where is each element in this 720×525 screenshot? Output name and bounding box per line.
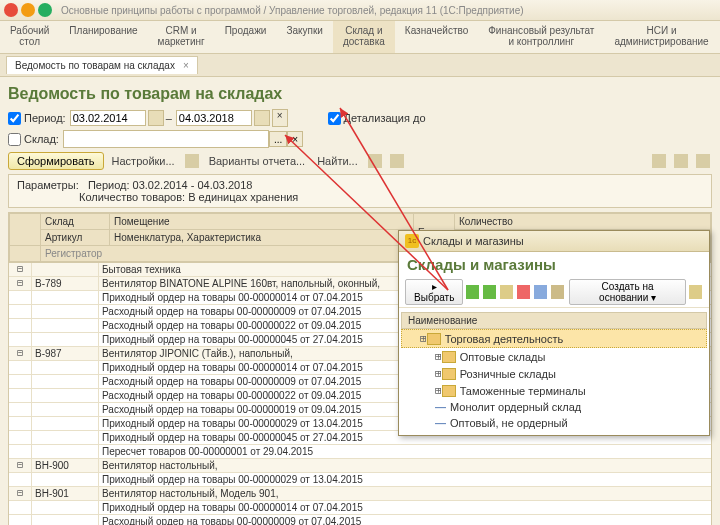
maximize-icon[interactable] — [38, 3, 52, 17]
tab-report[interactable]: Ведомость по товарам на складах × — [6, 56, 198, 74]
nav-item[interactable]: Казначейство — [395, 21, 478, 53]
tree-folder[interactable]: ⊞ Розничные склады — [401, 365, 707, 382]
calendar-icon[interactable] — [254, 110, 270, 126]
hdr-nom: Номенклатура, Характеристика — [110, 230, 414, 246]
mail-icon[interactable] — [696, 154, 710, 168]
calendar-icon[interactable] — [148, 110, 164, 126]
sklad-label: Склад: — [24, 133, 59, 145]
grid-row[interactable]: Пересчет товаров 00-00000001 от 29.04.20… — [9, 445, 711, 459]
sklad-checkbox[interactable] — [8, 133, 21, 146]
report-toolbar: Сформировать Настройки... Варианты отчет… — [8, 152, 712, 170]
dash: – — [166, 112, 172, 124]
detail-checkbox[interactable] — [328, 112, 341, 125]
delete-icon[interactable] — [517, 285, 530, 299]
grid-row[interactable]: Приходный ордер на товары 00-00000014 от… — [9, 501, 711, 515]
form-button[interactable]: Сформировать — [8, 152, 104, 170]
tab-label: Ведомость по товарам на складах — [15, 60, 175, 71]
param-period: Период: 03.02.2014 - 04.03.2018 — [88, 179, 253, 191]
nav-item[interactable]: Рабочийстол — [0, 21, 59, 53]
tree-folder[interactable]: ⊞ Таможенные терминалы — [401, 382, 707, 399]
picker-toolbar: ▸ Выбрать Создать на основании ▾ — [399, 277, 709, 308]
tab-bar: Ведомость по товарам на складах × — [0, 54, 720, 77]
nav-item[interactable]: Продажи — [215, 21, 277, 53]
find-link[interactable]: Найти... — [313, 155, 362, 167]
print-icon[interactable] — [652, 154, 666, 168]
grid-group-row[interactable]: ⊟BH-900Вентилятор настольный, — [9, 459, 711, 473]
sklad-picker-window[interactable]: 1c Склады и магазины Склады и магазины ▸… — [398, 230, 710, 436]
toolbar-icon[interactable] — [390, 154, 404, 168]
nav-item[interactable]: Финансовый результати контроллинг — [478, 21, 604, 53]
grid-row[interactable]: Расходный ордер на товары 00-00000009 от… — [9, 515, 711, 525]
create-based-button[interactable]: Создать на основании ▾ — [569, 279, 686, 305]
clear-button[interactable]: × — [272, 109, 288, 127]
add-folder-icon[interactable] — [483, 285, 496, 299]
picker-titlebar[interactable]: 1c Склады и магазины — [399, 231, 709, 252]
toolbar-icon[interactable] — [368, 154, 382, 168]
period-label: Период: — [24, 112, 66, 124]
picker-heading: Склады и магазины — [399, 252, 709, 277]
params-label: Параметры: — [17, 179, 79, 191]
app-icon: 1c — [405, 234, 419, 248]
sklad-row: Склад: ... × — [8, 130, 712, 148]
nav-item[interactable]: НСИ иадминистрирование — [604, 21, 718, 53]
nav-item[interactable]: Склад идоставка — [333, 21, 395, 53]
minimize-icon[interactable] — [21, 3, 35, 17]
nav-item[interactable]: Планирование — [59, 21, 147, 53]
close-icon[interactable]: × — [183, 60, 189, 71]
sklad-lookup-button[interactable]: ... — [269, 131, 287, 147]
tree-item[interactable]: —Монолит ордерный склад — [401, 399, 707, 415]
refresh-icon[interactable] — [551, 285, 564, 299]
hdr-art: Артикул — [41, 230, 110, 246]
detail-label: Детализация до — [344, 112, 426, 124]
period-row: Период: – × Детализация до — [8, 109, 712, 127]
picker-list: Наименование ⊞ Торговая деятельность⊞ Оп… — [399, 308, 709, 435]
hdr-pom: Помещение — [110, 214, 414, 230]
add-icon[interactable] — [466, 285, 479, 299]
close-icon[interactable] — [4, 3, 18, 17]
titlebar: Основные принципы работы с программой / … — [0, 0, 720, 21]
params-box: Параметры: Период: 03.02.2014 - 04.03.20… — [8, 174, 712, 208]
period-checkbox[interactable] — [8, 112, 21, 125]
window-title: Основные принципы работы с программой / … — [61, 5, 524, 16]
param-qty: Количество товаров: В единицах хранения — [79, 191, 298, 203]
nav-item[interactable]: Закупки — [276, 21, 332, 53]
grid-row[interactable]: Приходный ордер на товары 00-00000029 от… — [9, 473, 711, 487]
tree-folder[interactable]: ⊞ Торговая деятельность — [401, 329, 707, 348]
more-icon[interactable] — [689, 285, 702, 299]
toolbar-icon[interactable] — [185, 154, 199, 168]
nav-item[interactable]: CRM имаркетинг — [148, 21, 215, 53]
tree-folder[interactable]: ⊞ Оптовые склады — [401, 348, 707, 365]
grid-group-row[interactable]: ⊟BH-901Вентилятор настольный, Модель 901… — [9, 487, 711, 501]
find-icon[interactable] — [534, 285, 547, 299]
sklad-clear-button[interactable]: × — [287, 131, 303, 147]
settings-link[interactable]: Настройки... — [108, 155, 179, 167]
date-to-input[interactable] — [176, 110, 252, 126]
variants-link[interactable]: Варианты отчета... — [205, 155, 310, 167]
date-from-input[interactable] — [70, 110, 146, 126]
select-button[interactable]: ▸ Выбрать — [405, 279, 463, 305]
edit-icon[interactable] — [500, 285, 513, 299]
report-title: Ведомость по товарам на складах — [8, 85, 712, 103]
save-icon[interactable] — [674, 154, 688, 168]
picker-title: Склады и магазины — [423, 235, 524, 247]
sklad-input[interactable] — [63, 130, 269, 148]
hdr-reg: Регистратор — [41, 246, 414, 262]
main-nav: РабочийстолПланированиеCRM имаркетингПро… — [0, 21, 720, 54]
hdr-qty: Количество — [455, 214, 711, 230]
hdr-sklad: Склад — [41, 214, 110, 230]
list-header: Наименование — [401, 312, 707, 329]
tree-item[interactable]: —Оптовый, не ордерный — [401, 415, 707, 431]
